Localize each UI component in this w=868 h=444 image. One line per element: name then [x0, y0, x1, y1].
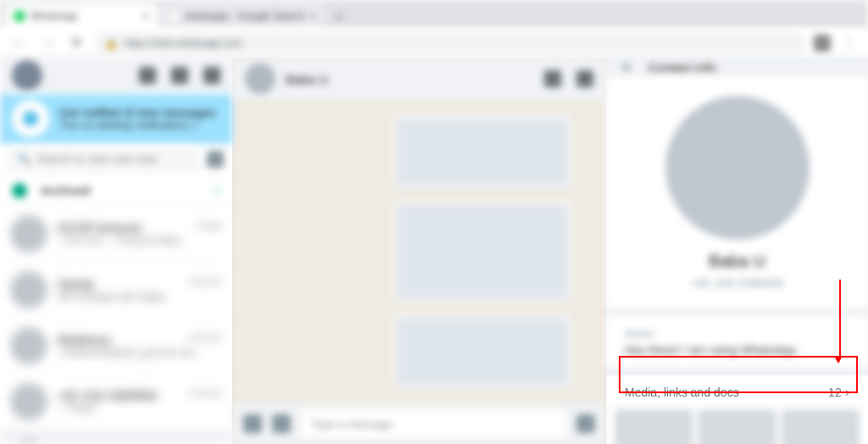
media-thumbnail[interactable]: [698, 409, 776, 444]
info-name: Baba U: [709, 252, 765, 271]
media-links-docs-row[interactable]: Media, links and docs 12 ›: [606, 375, 868, 409]
browser-tab-inactive[interactable]: whatsapp - Google Search ×: [159, 3, 326, 29]
notification-title: Get notified of new messages: [59, 106, 215, 119]
whatsapp-favicon-icon: [14, 10, 25, 22]
chat-avatar: [10, 215, 47, 253]
browser-tabs-bar: WhatsApp × whatsapp - Google Search × +: [0, 0, 868, 29]
mic-icon[interactable]: [576, 414, 595, 433]
media-thumbnail-row: [606, 409, 868, 444]
menu-icon[interactable]: [576, 70, 593, 87]
status-icon[interactable]: [139, 67, 156, 84]
tab-title: whatsapp - Google Search: [185, 10, 305, 22]
chat-avatar: [10, 271, 47, 308]
media-thumbnail[interactable]: [615, 409, 693, 444]
search-row: 🔍 Search or start new chat: [0, 144, 232, 175]
reload-button[interactable]: ⟳: [66, 33, 86, 53]
chat-preview: ~+91 316... : Group B Wed...: [58, 235, 222, 247]
chat-time: 4:34 pm: [188, 388, 222, 402]
archived-label: Archived: [41, 183, 90, 197]
chat-item-active[interactable]: Baba U4:14 pm ✓ Photo: [0, 430, 232, 444]
sidebar-header: [0, 58, 232, 94]
new-chat-icon[interactable]: [171, 67, 188, 84]
chat-panel: Baba U Type a message: [233, 58, 605, 444]
close-icon[interactable]: ×: [621, 58, 632, 77]
contact-avatar[interactable]: [245, 64, 275, 94]
filter-icon[interactable]: [207, 151, 224, 168]
archived-count: 1: [215, 186, 220, 196]
message-image[interactable]: [393, 115, 571, 189]
lock-icon: 🔒: [105, 37, 118, 49]
sidebar: Get notified of new messages Turn on des…: [0, 58, 233, 444]
info-about: About Hey there! I am using WhatsApp.: [606, 317, 868, 367]
browser-address-bar: ← → ⟳ 🔒 https://web.whatsapp.com ⋮: [0, 29, 868, 58]
notification-banner[interactable]: Get notified of new messages Turn on des…: [0, 94, 232, 145]
info-phone: +91 104 2206420: [691, 276, 783, 290]
tab-close-icon[interactable]: ×: [310, 9, 317, 23]
url-input[interactable]: 🔒 https://web.whatsapp.com: [95, 32, 805, 54]
search-icon: 🔍: [17, 153, 31, 165]
chevron-right-icon: ›: [845, 385, 849, 400]
whatsapp-app: Get notified of new messages Turn on des…: [0, 58, 868, 444]
notification-subtitle: Turn on desktop notifications >: [59, 119, 215, 131]
info-header-title: Contact info: [648, 60, 716, 75]
bell-icon: [12, 100, 49, 137]
google-favicon-icon: [168, 10, 180, 22]
chat-name: Muktesss: [58, 332, 111, 347]
chat-name: Samip: [58, 276, 94, 291]
new-tab-button[interactable]: +: [327, 5, 351, 29]
chat-item[interactable]: +91 316 23635044:34 pm ✓ Photo: [0, 374, 232, 430]
contact-name: Baba U: [286, 72, 328, 86]
search-icon[interactable]: [544, 70, 561, 87]
message-image[interactable]: [393, 314, 571, 388]
info-avatar[interactable]: [665, 96, 810, 240]
menu-icon[interactable]: ⋮: [839, 33, 860, 53]
chat-time: 4:56 pm: [188, 276, 222, 291]
back-button[interactable]: ←: [8, 33, 29, 53]
about-label: About: [625, 327, 849, 340]
contact-info-panel: × Contact info Baba U +91 104 2206420 Ab…: [605, 58, 868, 444]
chat-preview: ~twitterambakash_jg M ke rah...: [58, 347, 222, 358]
info-header: × Contact info: [606, 58, 868, 77]
chat-header[interactable]: Baba U: [233, 58, 605, 100]
media-label: Media, links and docs: [625, 386, 739, 399]
chat-list: DCOP lecturesFriday ~+91 316... : Group …: [0, 206, 232, 444]
chat-preview: Me Kashyap sath nipjau: [58, 291, 222, 302]
browser-tab-active[interactable]: WhatsApp ×: [5, 3, 158, 29]
archived-row[interactable]: Archived 1: [0, 175, 232, 207]
chat-avatar: [10, 439, 47, 444]
media-thumbnail[interactable]: [782, 409, 860, 444]
menu-icon[interactable]: [203, 67, 220, 84]
message-list[interactable]: [233, 100, 605, 403]
chat-time: 4:45 pm: [188, 332, 222, 347]
message-image[interactable]: [393, 201, 571, 302]
archive-icon: [12, 183, 27, 198]
tab-close-icon[interactable]: ×: [142, 9, 149, 23]
chat-preview: ✓ Photo: [58, 402, 222, 414]
composer: Type a message: [233, 403, 605, 444]
chat-time: Friday: [196, 220, 222, 235]
chat-avatar: [10, 383, 47, 420]
attach-icon[interactable]: [272, 414, 291, 433]
chat-item[interactable]: Samip4:56 pm Me Kashyap sath nipjau: [0, 262, 232, 318]
chat-item[interactable]: Muktesss4:45 pm ~twitterambakash_jg M ke…: [0, 318, 232, 374]
chat-item[interactable]: DCOP lecturesFriday ~+91 316... : Group …: [0, 206, 232, 262]
chat-name: DCOP lectures: [58, 220, 142, 235]
message-input[interactable]: Type a message: [301, 409, 566, 438]
extension-icon[interactable]: [814, 35, 831, 52]
media-count: 12: [828, 386, 842, 399]
info-profile: Baba U +91 104 2206420: [606, 77, 868, 308]
info-media-section: Media, links and docs 12 ›: [606, 375, 868, 444]
user-avatar[interactable]: [12, 60, 42, 91]
url-text: https://web.whatsapp.com: [125, 37, 242, 49]
forward-button[interactable]: →: [37, 33, 58, 53]
search-input[interactable]: 🔍 Search or start new chat: [8, 147, 200, 172]
emoji-icon[interactable]: [243, 414, 262, 433]
chat-name: +91 316 2363504: [58, 388, 157, 402]
about-text: Hey there! I am using WhatsApp.: [625, 343, 849, 357]
tab-title: WhatsApp: [31, 10, 77, 22]
chat-avatar: [10, 327, 47, 364]
search-placeholder: Search or start new chat: [37, 153, 157, 165]
